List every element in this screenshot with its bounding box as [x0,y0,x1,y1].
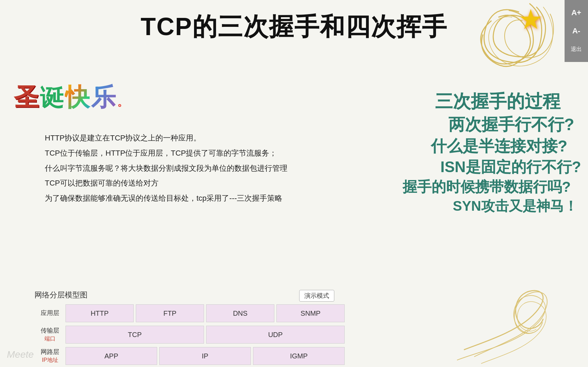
xmas-char-4: 乐 [91,83,117,111]
layer-label-network: 网路层 IP地址 [34,346,65,366]
content-line-2: TCP位于传输层，HTTP位于应用层，TCP提供了可靠的字节流服务； [45,146,287,160]
cell-udp: UDP [206,326,345,344]
exit-button[interactable]: 退出 [571,46,582,53]
side-toolbar: A+ A- 退出 [565,0,588,62]
cell-ftp: FTP [136,304,204,322]
xmas-decoration: 圣诞快乐。 [14,81,130,114]
cell-ip: IP [159,347,251,365]
page-title: TCP的三次握手和四次挥手 [34,10,554,43]
layer-row-network: 网路层 IP地址 APP IP IGMP [34,346,345,366]
xmas-char-3: 快 [65,83,91,111]
layer-row-transport: 传输层 端口 TCP UDP [34,324,345,345]
watermark: Meete [7,349,34,360]
network-diagram: 网络分层模型图 演示模式 应用层 HTTP FTP DNS SNMP 传输层 端… [34,290,345,367]
content-line-3: 什么叫字节流服务呢？将大块数据分割成报文段为单位的数据包进行管理 [45,161,287,176]
font-decrease-button[interactable]: A- [572,27,580,35]
cell-http: HTTP [65,304,134,322]
cell-app: APP [65,347,157,365]
diagram-title: 网络分层模型图 [34,291,88,299]
question-6: SYN攻击又是神马！ [347,197,588,216]
font-increase-button[interactable]: A+ [571,9,581,17]
content-block: HTTP协议是建立在TCP协议之上的一种应用。 TCP位于传输层，HTTP位于应… [45,131,287,206]
content-line-5: 为了确保数据能够准确无误的传送给目标处，tcp采用了---三次握手策略 [45,191,287,206]
layer-label-application: 应用层 [34,303,65,324]
xmas-char-1: 圣 [14,83,40,111]
xmas-period: 。 [117,96,130,108]
question-5: 握手的时候携带数据行吗? [347,177,588,197]
cell-igmp: IGMP [253,347,345,365]
content-line-4: TCP可以把数据可靠的传送给对方 [45,176,287,190]
cell-snmp: SNMP [276,304,345,322]
content-line-1: HTTP协议是建立在TCP协议之上的一种应用。 [45,131,287,145]
question-4: ISN是固定的行不行? [347,157,588,177]
question-2: 两次握手行不行? [347,114,588,136]
question-3: 什么是半连接对接? [347,136,588,157]
question-1: 三次握手的过程 [347,90,588,114]
layer-cells-network: APP IP IGMP [65,346,345,366]
layer-label-transport: 传输层 端口 [34,324,65,345]
cell-tcp: TCP [65,326,204,344]
xmas-char-2: 诞 [40,84,65,111]
demo-mode-button[interactable]: 演示模式 [299,290,334,302]
gold-swirl-bottom [447,281,567,367]
questions-block: 三次握手的过程 两次握手行不行? 什么是半连接对接? ISN是固定的行不行? 握… [347,90,588,216]
cell-dns: DNS [206,304,274,322]
layer-cells-transport: TCP UDP [65,324,345,345]
layer-row-application: 应用层 HTTP FTP DNS SNMP [34,303,345,324]
layer-cells-application: HTTP FTP DNS SNMP [65,303,345,324]
